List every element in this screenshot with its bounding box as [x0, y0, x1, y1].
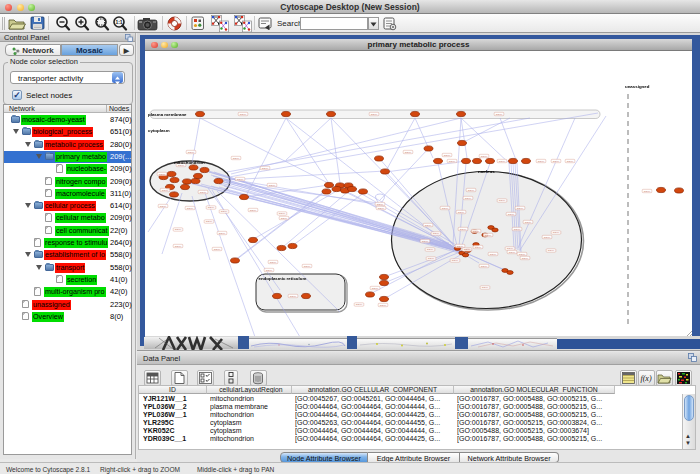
- svg-text:GO:04: GO:04: [553, 231, 560, 233]
- svg-text:GO:04: GO:04: [405, 151, 412, 153]
- svg-text:GO:04: GO:04: [496, 113, 503, 115]
- svg-text:unassigned: unassigned: [625, 84, 650, 89]
- svg-text:mitochondrion: mitochondrion: [174, 160, 205, 165]
- svg-text:GO:04: GO:04: [233, 157, 240, 159]
- svg-text:1:1: 1:1: [115, 19, 122, 25]
- svg-text:GO:04: GO:04: [499, 199, 506, 201]
- svg-text:GO:04: GO:04: [444, 154, 451, 156]
- svg-text:GO:04: GO:04: [188, 151, 195, 153]
- svg-text:GO:04: GO:04: [507, 247, 514, 249]
- svg-text:GO:04: GO:04: [237, 178, 244, 180]
- svg-text:GO:04: GO:04: [544, 236, 551, 238]
- svg-text:plasma membrane: plasma membrane: [148, 112, 187, 117]
- svg-text:GO:04: GO:04: [468, 189, 475, 191]
- svg-text:endoplasmic reticulum: endoplasmic reticulum: [259, 276, 307, 281]
- svg-text:GO:04: GO:04: [290, 295, 297, 297]
- svg-text:GO:04: GO:04: [175, 228, 182, 230]
- svg-text:cytoplasm: cytoplasm: [148, 128, 170, 133]
- svg-text:GO:04: GO:04: [458, 211, 465, 213]
- svg-text:GO:04: GO:04: [553, 160, 560, 162]
- svg-text:GO:04: GO:04: [240, 113, 247, 115]
- svg-text:GO:04: GO:04: [499, 160, 506, 162]
- svg-text:GO:04: GO:04: [457, 245, 464, 247]
- svg-text:GO:04: GO:04: [279, 212, 286, 214]
- svg-text:GO:04: GO:04: [481, 265, 488, 267]
- svg-text:GO:04: GO:04: [538, 160, 545, 162]
- svg-text:GO:04: GO:04: [460, 228, 467, 230]
- svg-text:GO:04: GO:04: [428, 257, 435, 259]
- svg-text:GO:04: GO:04: [262, 167, 269, 169]
- svg-text:GO:04: GO:04: [160, 205, 167, 207]
- svg-text:GO:04: GO:04: [269, 184, 276, 186]
- svg-text:GO:04: GO:04: [175, 245, 182, 247]
- svg-text:GO:04: GO:04: [449, 160, 456, 162]
- svg-text:GO:04: GO:04: [214, 248, 221, 250]
- svg-text:GO:04: GO:04: [644, 190, 651, 192]
- svg-text:GO:04: GO:04: [485, 234, 492, 236]
- svg-text:GO:04: GO:04: [377, 203, 384, 205]
- svg-text:GO:04: GO:04: [356, 303, 363, 305]
- svg-text:GO:04: GO:04: [266, 269, 273, 271]
- svg-text:GO:04: GO:04: [475, 246, 482, 248]
- svg-text:GO:04: GO:04: [490, 253, 497, 255]
- svg-text:GO:04: GO:04: [427, 248, 434, 250]
- svg-text:GO:04: GO:04: [433, 232, 440, 234]
- svg-text:GO:04: GO:04: [422, 240, 429, 242]
- svg-text:GO:04: GO:04: [304, 265, 311, 267]
- svg-text:GO:04: GO:04: [270, 261, 277, 263]
- svg-text:f(x): f(x): [640, 374, 651, 383]
- svg-text:GO:04: GO:04: [464, 248, 471, 250]
- svg-text:GO:04: GO:04: [465, 197, 472, 199]
- svg-text:GO:04: GO:04: [514, 228, 521, 230]
- svg-text:GO:04: GO:04: [159, 173, 166, 175]
- svg-text:GO:04: GO:04: [425, 224, 432, 226]
- svg-text:GO:04: GO:04: [208, 206, 215, 208]
- svg-text:GO:04: GO:04: [522, 257, 529, 259]
- svg-text:nucleus: nucleus: [478, 169, 495, 174]
- svg-text:GO:04: GO:04: [221, 210, 228, 212]
- svg-text:GO:04: GO:04: [452, 259, 459, 261]
- svg-text:GO:04: GO:04: [206, 220, 213, 222]
- svg-text:GO:04: GO:04: [567, 160, 574, 162]
- svg-text:GO:04: GO:04: [509, 251, 516, 253]
- svg-text:GO:04: GO:04: [372, 287, 379, 289]
- svg-text:GO:04: GO:04: [525, 221, 532, 223]
- svg-text:GO:04: GO:04: [200, 191, 207, 193]
- svg-text:GO:04: GO:04: [378, 207, 385, 209]
- svg-text:GO:04: GO:04: [517, 207, 524, 209]
- svg-text:GO:04: GO:04: [371, 113, 378, 115]
- svg-text:GO:04: GO:04: [380, 304, 387, 306]
- svg-text:GO:04: GO:04: [250, 209, 257, 211]
- svg-text:GO:04: GO:04: [548, 249, 555, 251]
- svg-text:GO:04: GO:04: [187, 207, 194, 209]
- svg-text:GO:04: GO:04: [519, 253, 526, 255]
- svg-text:GO:04: GO:04: [473, 230, 480, 232]
- svg-text:GO:04: GO:04: [281, 217, 288, 219]
- svg-text:GO:04: GO:04: [508, 213, 515, 215]
- svg-text:GO:04: GO:04: [481, 155, 488, 157]
- svg-text:GO:04: GO:04: [442, 207, 449, 209]
- svg-text:GO:04: GO:04: [219, 232, 226, 234]
- svg-text:GO:04: GO:04: [482, 286, 489, 288]
- svg-text:GO:04: GO:04: [162, 189, 169, 191]
